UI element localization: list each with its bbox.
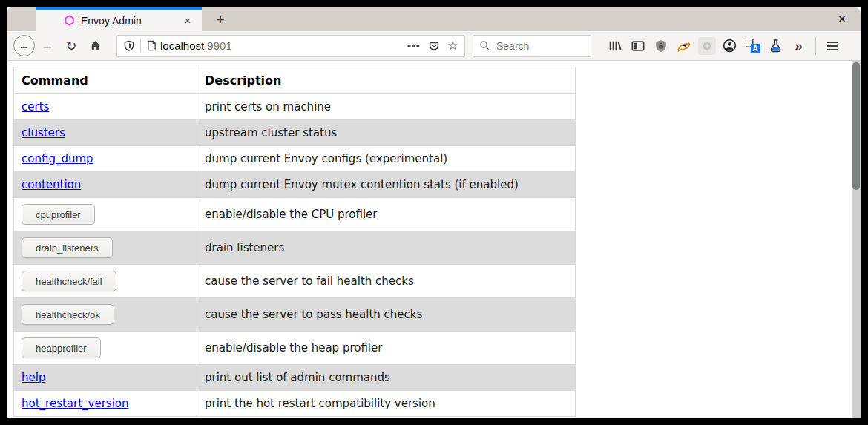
command-column-header: Command xyxy=(14,67,197,94)
description-cell: enable/disable the CPU profiler xyxy=(197,198,576,231)
command-link[interactable]: certs xyxy=(22,100,49,113)
description-column-header: Description xyxy=(197,67,576,94)
command-cell: heapprofiler xyxy=(14,332,197,365)
table-row: contentiondump current Envoy mutex conte… xyxy=(14,172,576,198)
tab-bar: Envoy Admin × + × xyxy=(7,7,861,31)
tracking-protection-shield-icon[interactable] xyxy=(123,40,135,52)
tab-close-icon[interactable]: × xyxy=(180,13,196,29)
description-cell: drain listeners xyxy=(197,231,576,265)
table-row: cpuprofilerenable/disable the CPU profil… xyxy=(14,198,576,231)
pocket-icon[interactable] xyxy=(428,40,440,52)
page-actions-icon[interactable]: ••• xyxy=(407,40,421,52)
toolbar-separator xyxy=(815,37,816,55)
window-close-icon[interactable]: × xyxy=(832,10,852,29)
browser-window: Envoy Admin × + × ← → ↻ xyxy=(7,7,861,418)
description-cell: dump current Envoy mutex contention stat… xyxy=(197,172,576,198)
table-row: helpprint out list of admin commands xyxy=(14,365,576,391)
command-button[interactable]: cpuprofiler xyxy=(22,204,95,225)
description-cell: print certs on machine xyxy=(197,94,576,120)
new-tab-button[interactable]: + xyxy=(211,10,230,30)
url-bar[interactable]: localhost:9901 ••• ☆ xyxy=(116,35,465,57)
command-cell: healthcheck/ok xyxy=(14,298,197,332)
library-icon[interactable] xyxy=(603,35,626,57)
screenshot-root: { "chrome": { "tab": { "title": "Envoy A… xyxy=(0,0,868,425)
translate-extension-icon[interactable]: A xyxy=(741,35,764,57)
description-cell: cause the server to fail health checks xyxy=(197,265,576,298)
admin-command-table: Command Description certsprint certs on … xyxy=(13,67,576,417)
command-cell: healthcheck/fail xyxy=(14,265,197,298)
table-row: config_dumpdump current Envoy configs (e… xyxy=(14,146,576,172)
command-link[interactable]: clusters xyxy=(22,126,65,139)
description-cell: print the hot restart compatibility vers… xyxy=(197,391,576,417)
table-row: healthcheck/okcause the server to pass h… xyxy=(14,298,576,332)
command-table-body: certsprint certs on machineclustersupstr… xyxy=(14,94,576,417)
description-cell: upstream cluster status xyxy=(197,120,576,146)
sidebar-icon[interactable] xyxy=(626,35,649,57)
table-header-row: Command Description xyxy=(14,67,576,94)
table-row: drain_listenersdrain listeners xyxy=(14,231,576,265)
account-icon[interactable] xyxy=(718,35,741,57)
search-input[interactable] xyxy=(495,39,585,53)
search-icon xyxy=(479,40,490,51)
search-bar[interactable] xyxy=(473,35,591,57)
table-row: hot_restart_versionprint the hot restart… xyxy=(14,391,576,417)
reload-button[interactable]: ↻ xyxy=(60,35,82,57)
page-content: Command Description certsprint certs on … xyxy=(7,61,861,418)
command-button[interactable]: healthcheck/ok xyxy=(22,304,114,325)
flask-extension-icon[interactable] xyxy=(764,35,787,57)
command-button[interactable]: healthcheck/fail xyxy=(22,271,116,291)
navigation-toolbar: ← → ↻ localhost:9901 xyxy=(7,31,861,61)
page-info-icon[interactable] xyxy=(146,40,157,51)
command-link[interactable]: contention xyxy=(22,178,81,191)
command-cell: help xyxy=(14,365,197,391)
forward-button: → xyxy=(36,35,59,57)
table-row: clustersupstream cluster status xyxy=(14,120,576,146)
command-button[interactable]: heapprofiler xyxy=(22,337,101,358)
command-cell: config_dump xyxy=(14,146,197,172)
hamburger-menu-icon[interactable] xyxy=(821,35,844,57)
command-cell: contention xyxy=(14,172,197,198)
command-link[interactable]: help xyxy=(22,371,45,384)
fox-extension-icon[interactable] xyxy=(672,35,695,57)
url-port: :9901 xyxy=(204,39,232,52)
back-button[interactable]: ← xyxy=(13,35,35,56)
overflow-menu-icon[interactable]: » xyxy=(787,35,810,57)
shield-lock-extension-icon[interactable] xyxy=(649,35,672,57)
bookmark-star-icon[interactable]: ☆ xyxy=(447,38,458,53)
description-cell: cause the server to pass health checks xyxy=(197,298,576,332)
tab-title: Envoy Admin xyxy=(81,15,180,27)
command-cell: clusters xyxy=(14,120,197,146)
table-row: healthcheck/failcause the server to fail… xyxy=(14,265,576,298)
command-link[interactable]: config_dump xyxy=(22,152,93,165)
table-row: certsprint certs on machine xyxy=(14,94,576,120)
tab-envoy-admin[interactable]: Envoy Admin × xyxy=(36,7,202,31)
command-cell: certs xyxy=(14,94,197,120)
urlbar-separator xyxy=(140,39,141,53)
command-link[interactable]: hot_restart_version xyxy=(22,397,129,410)
url-host: localhost xyxy=(160,39,204,52)
description-cell: enable/disable the heap profiler xyxy=(197,332,576,365)
envoy-favicon-icon xyxy=(64,15,75,26)
page-scrollbar[interactable] xyxy=(852,61,861,418)
toolbar-icons: A » xyxy=(603,35,844,57)
description-cell: dump current Envoy configs (experimental… xyxy=(197,146,576,172)
url-text[interactable]: localhost:9901 xyxy=(160,39,407,52)
description-cell: print out list of admin commands xyxy=(197,365,576,391)
command-cell: drain_listeners xyxy=(14,231,197,265)
command-cell: hot_restart_version xyxy=(14,391,197,417)
scrollbar-thumb[interactable] xyxy=(852,62,860,190)
table-row: heapprofilerenable/disable the heap prof… xyxy=(14,332,576,365)
command-cell: cpuprofiler xyxy=(14,198,197,231)
disabled-extension-icon[interactable] xyxy=(695,35,718,57)
home-button[interactable] xyxy=(84,35,106,57)
command-button[interactable]: drain_listeners xyxy=(22,237,113,258)
